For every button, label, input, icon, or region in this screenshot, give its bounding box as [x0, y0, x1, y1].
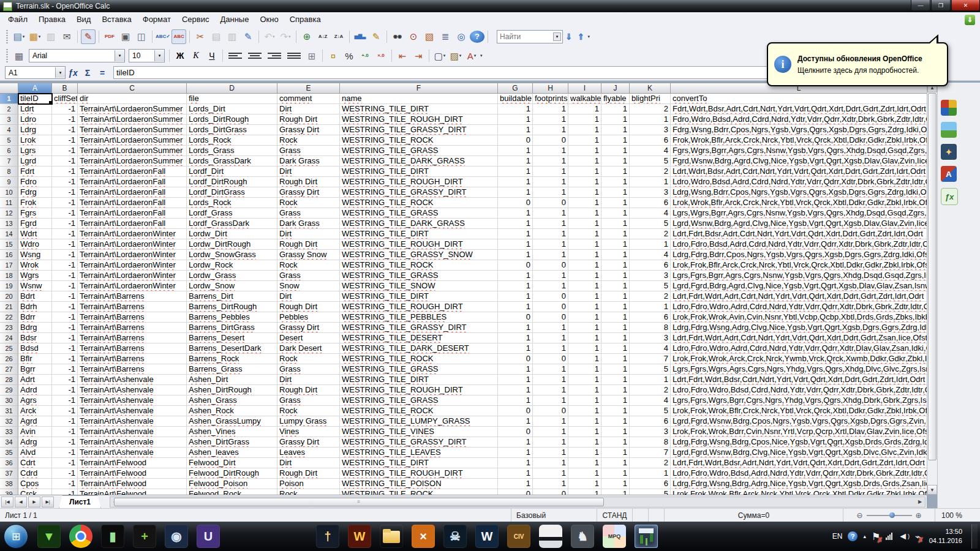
cell-H17[interactable]: 0 — [533, 260, 568, 271]
cell-C26[interactable]: TerrainArt\Barrens — [78, 354, 187, 364]
cell-E24[interactable]: Desert — [277, 333, 340, 343]
help-icon[interactable]: ? — [470, 31, 484, 43]
row-header-28[interactable]: 28 — [0, 375, 18, 385]
cell-G24[interactable]: 1 — [498, 333, 533, 343]
cell-D12[interactable]: Lordf_Grass — [187, 208, 277, 219]
cell-C33[interactable]: TerrainArt\Ashenvale — [78, 427, 187, 437]
cell-L22[interactable]: Lrok,Frok,Wrok,Avin,Cvin,Nsnr,Ybtl,Vcbp,… — [671, 312, 927, 323]
menu-Вид[interactable]: Вид — [71, 13, 97, 26]
cell-B38[interactable]: -1 — [52, 479, 78, 489]
column-header-I[interactable]: I — [568, 83, 601, 94]
taskbar-download-master-icon[interactable]: ▼ — [37, 525, 61, 548]
cell-A2[interactable]: Ldrt — [18, 104, 52, 114]
cell-H22[interactable]: 0 — [533, 312, 568, 323]
cell-J14[interactable]: 1 — [601, 229, 630, 239]
cell-F8[interactable]: WESTRING_TILE_DIRT — [340, 167, 498, 177]
cell-I25[interactable]: 1 — [568, 343, 601, 354]
cell-E26[interactable]: Rock — [277, 354, 340, 364]
cell-I24[interactable]: 1 — [568, 333, 601, 343]
function-wizard-icon[interactable]: ƒx — [66, 67, 80, 79]
cell-I18[interactable]: 1 — [568, 271, 601, 281]
cell-H31[interactable]: 0 — [533, 406, 568, 416]
cell-B1[interactable]: cliffSet — [52, 94, 78, 104]
cell-J38[interactable]: 1 — [601, 479, 630, 489]
cell-A10[interactable]: Fdrg — [18, 187, 52, 198]
row-header-7[interactable]: 7 — [0, 156, 18, 167]
cell-K38[interactable]: 6 — [630, 479, 671, 489]
volume-icon[interactable]: ◄) — [898, 531, 910, 542]
cell-L26[interactable]: Lrok,Frok,Wrok,Arck,Crck,Nrck,Ywmb,Vrck,… — [671, 354, 927, 364]
cell-K12[interactable]: 4 — [630, 208, 671, 219]
taskbar-explorer-icon[interactable] — [380, 525, 403, 548]
new-document-icon-dropdown[interactable]: ▾ — [23, 34, 25, 39]
open-icon[interactable]: ▦▾ — [28, 29, 42, 44]
bold-button[interactable]: Ж — [173, 48, 187, 63]
cell-H36[interactable]: 1 — [533, 458, 568, 468]
cell-A5[interactable]: Lrok — [18, 135, 52, 146]
cell-K32[interactable]: 6 — [630, 416, 671, 427]
cell-C5[interactable]: TerrainArt\LordaeronSummer — [78, 135, 187, 146]
cell-K11[interactable]: 6 — [630, 198, 671, 208]
zoom-icon[interactable]: ◎ — [454, 29, 469, 44]
cell-A23[interactable]: Bdrg — [18, 323, 52, 333]
cell-C20[interactable]: TerrainArt\Barrens — [78, 291, 187, 302]
cell-B3[interactable]: -1 — [52, 114, 78, 125]
cell-H3[interactable]: 1 — [533, 114, 568, 125]
cell-D16[interactable]: Lordw_SnowGrass — [187, 250, 277, 260]
cell-D25[interactable]: Barrens_DesertDark — [187, 343, 277, 354]
cell-E29[interactable]: Rough Dirt — [277, 385, 340, 395]
row-header-37[interactable]: 37 — [0, 468, 18, 479]
scroll-down-icon[interactable]: ▼ — [927, 485, 937, 495]
cell-H24[interactable]: 1 — [533, 333, 568, 343]
cell-E17[interactable]: Rock — [277, 260, 340, 271]
cell-C13[interactable]: TerrainArt\LordaeronFall — [78, 219, 187, 229]
cell-K29[interactable]: 2 — [630, 385, 671, 395]
cell-H29[interactable]: 1 — [533, 385, 568, 395]
cell-K28[interactable]: 1 — [630, 375, 671, 385]
cell-C31[interactable]: TerrainArt\Ashenvale — [78, 406, 187, 416]
cell-B33[interactable]: -1 — [52, 427, 78, 437]
cell-G13[interactable]: 1 — [498, 219, 533, 229]
cell-H37[interactable]: 1 — [533, 468, 568, 479]
cell-E4[interactable]: Grassy Dirt — [277, 125, 340, 135]
cell-C24[interactable]: TerrainArt\Barrens — [78, 333, 187, 343]
menu-Данные[interactable]: Данные — [214, 13, 254, 26]
sum-icon[interactable]: Σ — [80, 67, 95, 79]
cell-E15[interactable]: Rough Dirt — [277, 239, 340, 250]
cell-F29[interactable]: WESTRING_TILE_ROUGH_DIRT — [340, 385, 498, 395]
zoom-in-icon[interactable]: ⊕ — [916, 511, 922, 520]
cell-L15[interactable]: Ldro,Fdro,Bdsd,Adrd,Cdrd,Ndrd,Ydtr,Vdrr,… — [671, 239, 927, 250]
cell-F28[interactable]: WESTRING_TILE_DIRT — [340, 375, 498, 385]
cell-E16[interactable]: Grassy Snow — [277, 250, 340, 260]
sidebar-properties-icon[interactable] — [941, 100, 957, 116]
row-header-24[interactable]: 24 — [0, 333, 18, 343]
font-name-select[interactable]: Arial▾ — [29, 49, 125, 62]
cell-L36[interactable]: Ldrt,Fdrt,Wdrt,Bdsr,Adrt,Ndrt,Ydrt,Vdrt,… — [671, 458, 927, 468]
cell-K1[interactable]: blightPri — [630, 94, 671, 104]
cell-A7[interactable]: Lgrd — [18, 156, 52, 167]
action-center-icon[interactable]: ⚑✗ — [872, 531, 880, 542]
cell-D29[interactable]: Ashen_DirtRough — [187, 385, 277, 395]
row-header-27[interactable]: 27 — [0, 364, 18, 375]
cell-F6[interactable]: WESTRING_TILE_GRASS — [340, 146, 498, 156]
cell-L4[interactable]: Fdrg,Wsng,Bdrr,Cpos,Ngrs,Ygsb,Vgrs,Qgrs,… — [671, 125, 927, 135]
update-notification[interactable]: i Доступны обновления OpenOffice Щелкнит… — [767, 42, 948, 86]
cell-A21[interactable]: Bdrh — [18, 302, 52, 312]
cell-C10[interactable]: TerrainArt\LordaeronFall — [78, 187, 187, 198]
chart-icon[interactable]: ▅▇▃ — [353, 29, 368, 44]
align-left-icon[interactable] — [226, 50, 244, 62]
cell-B21[interactable]: -1 — [52, 302, 78, 312]
cell-D32[interactable]: Ashen_GrassLumpy — [187, 416, 277, 427]
cell-A28[interactable]: Adrt — [18, 375, 52, 385]
cell-I32[interactable]: 1 — [568, 416, 601, 427]
cell-K19[interactable]: 5 — [630, 281, 671, 291]
underline-button[interactable]: Ч — [205, 48, 219, 63]
format-paintbrush-icon[interactable]: ✎ — [241, 29, 255, 44]
cell-H7[interactable]: 1 — [533, 156, 568, 167]
cell-G18[interactable]: 1 — [498, 271, 533, 281]
cell-J13[interactable]: 1 — [601, 219, 630, 229]
redo-icon-dropdown[interactable]: ▾ — [288, 34, 291, 39]
cell-D34[interactable]: Ashen_DirtGrass — [187, 437, 277, 448]
cell-G23[interactable]: 1 — [498, 323, 533, 333]
cut-icon[interactable]: ✂ — [193, 29, 208, 44]
